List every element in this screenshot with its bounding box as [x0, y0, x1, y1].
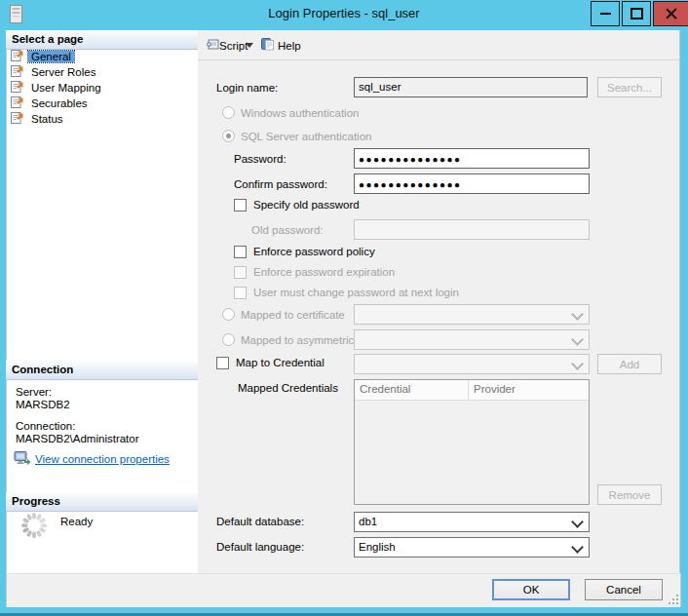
provider-column-header: Provider — [469, 380, 589, 400]
maximize-button[interactable] — [622, 1, 651, 26]
chevron-down-icon — [571, 541, 584, 554]
server-label: Server: — [16, 386, 52, 398]
mapped-certificate-label: Mapped to certificate — [241, 309, 345, 321]
enforce-expiration-checkbox — [234, 266, 247, 279]
add-button: Add — [597, 354, 662, 374]
cancel-button[interactable]: Cancel — [585, 579, 663, 600]
resize-grip-icon[interactable] — [667, 593, 678, 604]
asymmetric-key-combobox — [354, 329, 590, 350]
mapped-credentials-label: Mapped Credentials — [238, 382, 338, 394]
table-header-row: Credential Provider — [355, 380, 589, 401]
sidebar-item-status[interactable]: Status — [10, 111, 66, 127]
specify-old-password-checkbox[interactable] — [234, 199, 247, 212]
default-language-value: English — [359, 541, 396, 553]
old-password-input — [354, 219, 590, 240]
must-change-password-checkbox — [234, 287, 247, 299]
mapped-certificate-radio — [222, 308, 235, 321]
sql-auth-radio — [222, 130, 235, 142]
sidebar-item-label: Server Roles — [28, 66, 98, 78]
map-credential-checkbox[interactable] — [216, 357, 229, 369]
sidebar-item-label: General — [28, 51, 74, 62]
minimize-button[interactable] — [591, 1, 620, 26]
help-button[interactable]: Help — [278, 40, 301, 52]
confirm-password-input[interactable]: ●●●●●●●●●●●●●● — [354, 173, 590, 194]
old-password-label: Old password: — [251, 224, 324, 236]
confirm-password-label: Confirm password: — [234, 178, 327, 190]
progress-header: Progress — [6, 492, 198, 512]
chevron-down-icon — [571, 308, 584, 321]
progress-status: Ready — [60, 516, 93, 527]
sql-auth-label: SQL Server authentication — [241, 131, 371, 142]
minimize-icon — [600, 13, 611, 15]
footer-bar — [6, 573, 681, 607]
enforce-policy-checkbox[interactable] — [234, 246, 247, 258]
credential-column-header: Credential — [355, 380, 469, 400]
close-icon — [666, 8, 677, 19]
windows-auth-radio — [222, 106, 235, 119]
server-value: MARSDB2 — [16, 399, 70, 410]
windows-auth-label: Windows authentication — [241, 107, 359, 119]
must-change-password-label: User must change password at next login — [253, 287, 459, 298]
default-database-value: db1 — [359, 516, 377, 527]
select-a-page-header: Select a page — [6, 30, 198, 50]
credential-combobox — [354, 354, 590, 374]
login-name-input[interactable]: sql_user — [354, 77, 588, 97]
help-icon — [260, 36, 276, 56]
window-title: Login Properties - sql_user — [0, 6, 688, 20]
remove-button: Remove — [597, 484, 662, 505]
password-input[interactable]: ●●●●●●●●●●●●●● — [354, 148, 590, 169]
chevron-down-icon — [571, 358, 584, 370]
ok-button[interactable]: OK — [492, 579, 570, 600]
close-button[interactable] — [653, 1, 688, 26]
sidebar-item-label: Securables — [28, 97, 91, 109]
view-connection-properties-link[interactable]: View connection properties — [35, 453, 170, 465]
connection-value: MARSDB2\Administrator — [16, 433, 139, 444]
password-label: Password: — [234, 153, 287, 165]
connection-properties-icon — [14, 450, 31, 471]
enforce-expiration-label: Enforce password expiration — [253, 266, 395, 278]
spinner-icon — [19, 511, 49, 544]
mapped-asymmetric-radio — [222, 333, 235, 346]
sidebar-item-label: User Mapping — [28, 82, 104, 94]
default-language-combobox[interactable]: English — [354, 537, 590, 558]
default-database-combobox[interactable]: db1 — [354, 512, 590, 532]
connection-header: Connection — [6, 361, 198, 380]
titlebar: Login Properties - sql_user — [0, 0, 688, 29]
script-button[interactable]: Script — [219, 40, 248, 52]
search-button: Search... — [597, 77, 662, 97]
mapped-credentials-table[interactable]: Credential Provider — [354, 379, 590, 505]
chevron-down-icon — [571, 516, 584, 528]
login-name-label: Login name: — [216, 82, 278, 94]
enforce-policy-label: Enforce password policy — [253, 246, 375, 257]
default-database-label: Default database: — [216, 516, 304, 527]
map-credential-label: Map to Credential — [236, 357, 325, 368]
connection-label: Connection: — [16, 420, 75, 432]
specify-old-password-label: Specify old password — [253, 199, 360, 211]
page-icon — [10, 110, 24, 129]
script-dropdown-icon[interactable] — [246, 43, 253, 48]
certificate-combobox — [354, 304, 590, 325]
default-language-label: Default language: — [216, 541, 304, 553]
sidebar-item-label: Status — [28, 113, 66, 125]
chevron-down-icon — [571, 333, 584, 346]
maximize-icon — [631, 8, 643, 19]
